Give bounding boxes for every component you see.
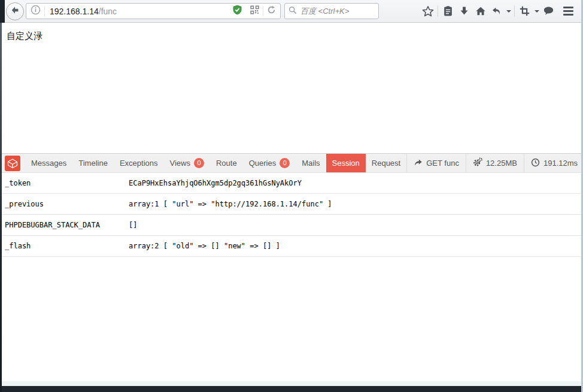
- memory-cogs-icon: [473, 157, 482, 169]
- tab-label: Timeline: [78, 159, 108, 168]
- status-time-label: 191.12ms: [543, 159, 578, 168]
- tab-label: Messages: [31, 159, 66, 168]
- debugbar-tab-route[interactable]: Route: [210, 154, 243, 172]
- bookmarks-menu-icon[interactable]: [440, 4, 456, 19]
- session-key: _flash: [2, 242, 129, 250]
- url-bar[interactable]: 192.168.1.14/func: [26, 3, 281, 19]
- session-row-flash: _flash array:2 [ "old" => [] "new" => []…: [2, 236, 581, 257]
- urlbar-divider-2: [246, 6, 247, 16]
- redirect-icon: [414, 158, 423, 169]
- debugbar-header: Messages Timeline Exceptions Views0 Rout…: [2, 153, 581, 173]
- tab-label: Exceptions: [120, 159, 158, 168]
- debugbar-tab-messages[interactable]: Messages: [25, 154, 72, 172]
- session-row-token: _token ECaP9HxEhsaYhjqO6hXgm5dp2gq361hGs…: [2, 173, 581, 194]
- debugbar-tab-exceptions[interactable]: Exceptions: [114, 154, 164, 172]
- chevron-down-icon: [535, 10, 539, 13]
- shield-extension-icon[interactable]: [232, 5, 242, 17]
- window-edge-left-top: [0, 0, 5, 23]
- reload-icon[interactable]: [267, 5, 276, 17]
- home-icon[interactable]: [472, 4, 488, 19]
- history-undo-icon[interactable]: [488, 4, 505, 19]
- status-memory: 12.25MB: [466, 154, 524, 172]
- url-host: 192.168.1.14: [50, 7, 99, 16]
- session-row-previous: _previous array:1 [ "url" => "http://192…: [2, 194, 581, 215]
- tab-label: Session: [332, 159, 360, 168]
- page-body-text: 自定义渌: [2, 23, 581, 42]
- laravel-logo-icon[interactable]: [5, 156, 20, 171]
- debugbar-tab-timeline[interactable]: Timeline: [72, 154, 114, 172]
- back-button[interactable]: [6, 2, 24, 20]
- status-time: 191.12ms: [524, 154, 583, 172]
- screenshot-crop-icon[interactable]: [517, 4, 533, 19]
- search-bar[interactable]: 百度 <Ctrl+K>: [284, 3, 379, 19]
- toolbar-divider-2: [514, 5, 515, 17]
- views-count-badge: 0: [194, 158, 204, 168]
- bookmark-star-icon[interactable]: [420, 4, 436, 19]
- session-key: _token: [2, 179, 129, 187]
- status-memory-label: 12.25MB: [486, 159, 517, 168]
- window-edge-left: [0, 23, 2, 392]
- urlbar-divider: [44, 6, 45, 16]
- hamburger-bars: [563, 7, 573, 16]
- toolbar-buttons: [420, 4, 576, 19]
- chat-bubble-icon[interactable]: [541, 4, 557, 19]
- debugbar-tab-mails[interactable]: Mails: [296, 154, 326, 172]
- tab-label: Mails: [302, 159, 320, 168]
- status-route-label: GET func: [426, 159, 459, 168]
- debugbar-tab-queries[interactable]: Queries0: [243, 154, 296, 172]
- tab-label: Request: [372, 159, 400, 168]
- php-debugbar: Messages Timeline Exceptions Views0 Rout…: [2, 153, 581, 381]
- tab-label: Views: [170, 159, 190, 168]
- urlbar-divider-3: [263, 6, 263, 16]
- session-value: array:2 [ "old" => [] "new" => [] ]: [129, 242, 280, 250]
- session-panel: _token ECaP9HxEhsaYhjqO6hXgm5dp2gq361hGs…: [2, 173, 581, 257]
- status-route: GET func: [406, 154, 466, 172]
- tab-label: Route: [216, 159, 237, 168]
- session-row-stack-data: PHPDEBUGBAR_STACK_DATA []: [2, 215, 581, 236]
- debugbar-tab-session[interactable]: Session: [326, 154, 366, 172]
- window-edge-bottom: [0, 386, 583, 392]
- qr-code-extension-icon[interactable]: [250, 5, 259, 17]
- site-info-icon[interactable]: [31, 5, 41, 17]
- search-icon: [289, 6, 297, 17]
- session-key: _previous: [2, 200, 129, 208]
- url-path: /func: [99, 7, 117, 16]
- back-arrow-icon: [10, 5, 20, 17]
- session-value: []: [129, 221, 137, 229]
- downloads-icon[interactable]: [456, 4, 472, 19]
- time-clock-icon: [531, 158, 540, 169]
- history-dropdown-caret[interactable]: [505, 4, 512, 19]
- search-placeholder: 百度 <Ctrl+K>: [300, 6, 349, 17]
- browser-toolbar: 192.168.1.14/func 百度 <Ctrl+K>: [5, 0, 581, 23]
- page-content: 自定义渌: [2, 23, 581, 153]
- menu-hamburger-icon[interactable]: [560, 4, 576, 19]
- toolbar-divider: [438, 5, 438, 17]
- window-statusbar-strip: [2, 381, 581, 386]
- session-value: ECaP9HxEhsaYhjqO6hXgm5dp2gq361hGsNyAkOrY: [129, 179, 302, 187]
- tab-label: Queries: [249, 159, 277, 168]
- session-value: array:1 [ "url" => "http://192.168.1.14/…: [129, 200, 332, 208]
- debugbar-tab-views[interactable]: Views0: [164, 154, 210, 172]
- screenshot-dropdown-caret[interactable]: [533, 4, 541, 19]
- queries-count-badge: 0: [280, 158, 290, 168]
- debugbar-tab-request[interactable]: Request: [366, 154, 406, 172]
- session-key: PHPDEBUGBAR_STACK_DATA: [2, 221, 129, 229]
- chevron-down-icon: [506, 10, 511, 13]
